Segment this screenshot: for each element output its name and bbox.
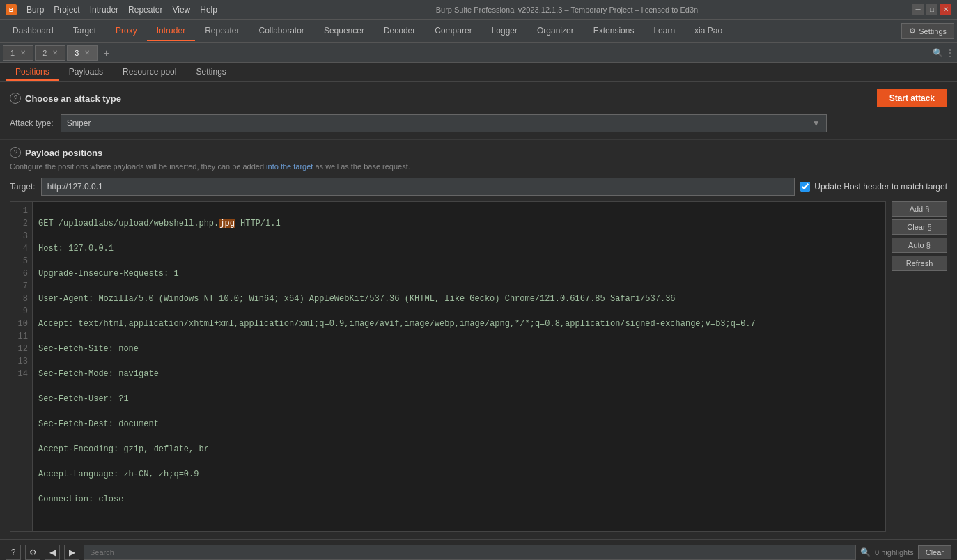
tab-dashboard[interactable]: Dashboard (3, 22, 63, 41)
tab-logger[interactable]: Logger (482, 22, 527, 41)
tab-xiapao[interactable]: xia Pao (685, 22, 732, 41)
search-input[interactable] (84, 545, 856, 560)
app-title: Burp Suite Professional v2023.12.1.3 – T… (221, 6, 912, 14)
clear-search-button[interactable]: Clear (918, 545, 951, 559)
main-navigation: Dashboard Target Proxy Intruder Repeater… (0, 20, 957, 43)
refresh-button[interactable]: Refresh (892, 256, 947, 271)
menu-burp[interactable]: Burp (22, 3, 48, 16)
menu-repeater[interactable]: Repeater (124, 3, 166, 16)
line-2: Host: 127.0.0.1 (38, 242, 880, 255)
search-icon: 🔍 (933, 48, 943, 58)
tab-decoder[interactable]: Decoder (374, 22, 425, 41)
tab-extensions[interactable]: Extensions (584, 22, 644, 41)
update-host-label: Update Host header to match target (814, 182, 947, 192)
request-tab-1[interactable]: 1 ✕ (3, 45, 33, 61)
line-7: Sec-Fetch-Mode: navigate (38, 368, 880, 380)
forward-button[interactable]: ▶ (64, 545, 79, 560)
maximize-button[interactable]: □ (926, 4, 937, 15)
intruder-tabs: Positions Payloads Resource pool Setting… (0, 63, 957, 82)
tab-proxy[interactable]: Proxy (106, 22, 147, 41)
intruder-tab-positions[interactable]: Positions (6, 64, 59, 81)
close-tab-2-icon[interactable]: ✕ (52, 49, 58, 56)
intruder-tab-resource-pool[interactable]: Resource pool (113, 64, 186, 81)
tab-organizer[interactable]: Organizer (527, 22, 584, 41)
close-tab-3-icon[interactable]: ✕ (84, 49, 90, 56)
line-1: GET /uploadlabs/upload/webshell.php.jpg … (38, 217, 880, 230)
attack-type-dropdown[interactable]: Sniper ▼ (61, 114, 827, 132)
settings-button[interactable]: ⚙ Settings (901, 23, 954, 39)
line-11: Accept-Language: zh-CN, zh;q=0.9 (38, 468, 880, 481)
close-button[interactable]: ✕ (940, 4, 951, 15)
main-content: ? Choose an attack type Start attack Att… (0, 82, 957, 539)
line-13 (38, 518, 880, 531)
intruder-tab-payloads[interactable]: Payloads (59, 64, 113, 81)
chevron-down-icon: ▼ (812, 118, 820, 128)
line-3: Upgrade-Insecure-Requests: 1 (38, 267, 880, 280)
line-9: Sec-Fetch-Dest: document (38, 418, 880, 430)
attack-type-label: Attack type: (10, 118, 54, 128)
line-6: Sec-Fetch-Site: none (38, 343, 880, 355)
highlights-count: 0 highlights (875, 548, 914, 557)
attack-type-help-icon[interactable]: ? (10, 93, 21, 104)
target-label: Target: (10, 182, 36, 192)
menu-intruder[interactable]: Intruder (86, 3, 123, 16)
search-icon: 🔍 (860, 547, 871, 557)
line-4: User-Agent: Mozilla/5.0 (Windows NT 10.0… (38, 293, 880, 305)
attack-type-section: ? Choose an attack type Start attack Att… (0, 82, 957, 140)
attack-type-title: Choose an attack type (25, 93, 121, 104)
settings-toolbar-button[interactable]: ⚙ (25, 545, 40, 560)
title-bar: B Burp Project Intruder Repeater View He… (0, 0, 957, 20)
add-tab-button[interactable]: + (99, 46, 113, 60)
request-tabs-row: 1 ✕ 2 ✕ 3 ✕ + 🔍 ⋮ (0, 43, 957, 63)
request-tab-3[interactable]: 3 ✕ (67, 45, 98, 61)
tab-repeater[interactable]: Repeater (195, 22, 249, 41)
line-numbers: 12345 678910 11121314 (10, 202, 33, 531)
payload-positions-section: ? Payload positions Configure the positi… (0, 140, 957, 539)
menu-project[interactable]: Project (49, 3, 84, 16)
payload-help-icon[interactable]: ? (10, 147, 21, 158)
gear-icon: ⚙ (909, 26, 916, 36)
line-8: Sec-Fetch-User: ?1 (38, 393, 880, 405)
tab-collaborator[interactable]: Collaborator (249, 22, 314, 41)
editor-right-panel: Add § Clear § Auto § Refresh (892, 201, 947, 532)
menu-view[interactable]: View (168, 3, 194, 16)
payload-description: Configure the positions where payloads w… (10, 162, 947, 171)
http-editor[interactable]: 12345 678910 11121314 GET /uploadlabs/up… (10, 201, 886, 532)
app-icon: B (6, 4, 17, 15)
auto-section-button[interactable]: Auto § (892, 238, 947, 253)
settings-label: Settings (919, 27, 947, 36)
line-5: Accept: text/html,application/xhtml+xml,… (38, 318, 880, 330)
attack-type-value: Sniper (67, 118, 91, 128)
menu-help[interactable]: Help (196, 3, 221, 16)
help-toolbar-button[interactable]: ? (6, 545, 21, 560)
tab-comparer[interactable]: Comparer (425, 22, 481, 41)
more-options-icon[interactable]: ⋮ (946, 48, 954, 58)
minimize-button[interactable]: ─ (912, 4, 924, 15)
clear-section-button[interactable]: Clear § (892, 219, 947, 235)
add-section-button[interactable]: Add § (892, 201, 947, 217)
start-attack-button[interactable]: Start attack (877, 89, 947, 107)
close-tab-1-icon[interactable]: ✕ (20, 49, 26, 56)
request-tab-2[interactable]: 2 ✕ (35, 45, 65, 61)
code-content[interactable]: GET /uploadlabs/upload/webshell.php.jpg … (33, 202, 885, 531)
tab-target[interactable]: Target (63, 22, 106, 41)
intruder-tab-settings[interactable]: Settings (186, 64, 235, 81)
target-input[interactable] (41, 178, 795, 196)
update-host-checkbox[interactable] (800, 182, 810, 192)
tab-sequencer[interactable]: Sequencer (314, 22, 374, 41)
menu-items: Burp Project Intruder Repeater View Help (22, 3, 221, 16)
line-10: Accept-Encoding: gzip, deflate, br (38, 443, 880, 456)
payload-positions-title: Payload positions (25, 148, 102, 158)
tab-intruder[interactable]: Intruder (147, 22, 195, 41)
back-button[interactable]: ◀ (45, 545, 60, 560)
line-12: Connection: close (38, 493, 880, 506)
tab-learn[interactable]: Learn (644, 22, 685, 41)
bottom-toolbar: ? ⚙ ◀ ▶ 🔍 0 highlights Clear (0, 539, 957, 560)
